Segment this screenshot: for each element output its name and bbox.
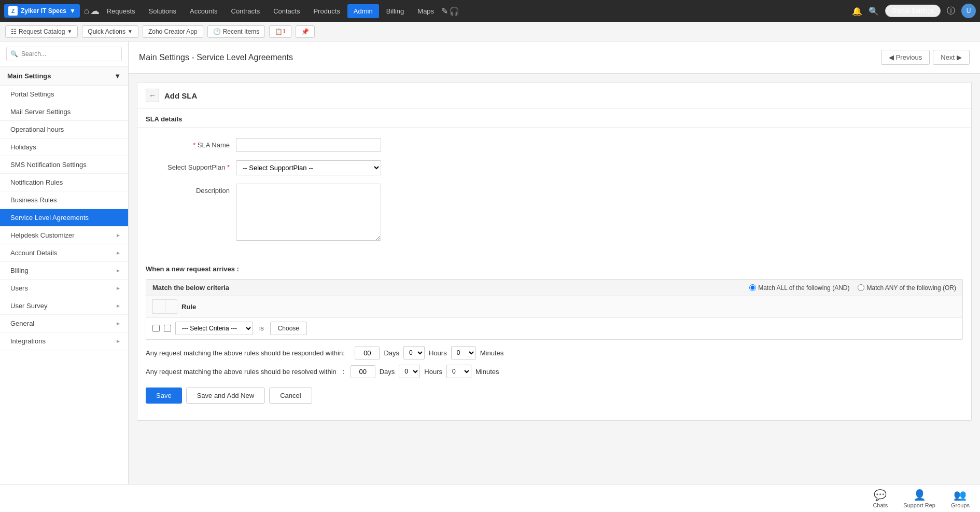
quick-actions-label: Quick Actions — [88, 28, 125, 35]
request-catalog-button[interactable]: ☷ Request Catalog ▼ — [5, 25, 78, 38]
match-any-radio[interactable] — [858, 284, 864, 291]
sidebar-item-helpdesk[interactable]: Helpdesk Customizer ► — [0, 227, 128, 244]
nav-contracts[interactable]: Contracts — [225, 4, 267, 18]
sidebar-item-general[interactable]: General ► — [0, 315, 128, 333]
notes-button[interactable]: 📋 1 — [269, 25, 291, 38]
respond-minutes-select[interactable]: 0153045 — [451, 346, 476, 359]
sidebar-item-mail-server[interactable]: Mail Server Settings — [0, 103, 128, 121]
header-actions: ◀ Previous Next ▶ — [881, 50, 970, 65]
match-all-radio[interactable] — [749, 284, 756, 291]
match-any-option[interactable]: Match ANY of the following (OR) — [858, 284, 956, 292]
nav-products[interactable]: Products — [307, 4, 346, 18]
content-header: Main Settings - Service Level Agreements… — [129, 41, 980, 74]
groups-item[interactable]: 👥 Groups — [951, 489, 970, 508]
billing-chevron: ► — [116, 268, 121, 273]
support-plan-row: Select SupportPlan * -- Select SupportPl… — [153, 160, 956, 175]
zoho-creator-button[interactable]: Zoho Creator App — [143, 25, 203, 38]
support-rep-item[interactable]: 👤 Support Rep — [903, 489, 935, 508]
criteria-checkbox[interactable] — [152, 325, 160, 332]
search-input[interactable] — [6, 47, 122, 61]
recent-items-button[interactable]: 🕐 Recent Items — [207, 25, 265, 38]
sidebar-item-billing[interactable]: Billing ► — [0, 262, 128, 280]
quick-actions-button[interactable]: Quick Actions ▼ — [82, 25, 138, 38]
app-logo[interactable]: Z Zylker IT Specs ▼ — [4, 4, 80, 18]
match-options: Match ALL of the following (AND) Match A… — [749, 284, 956, 292]
sidebar-item-users[interactable]: Users ► — [0, 280, 128, 297]
main-settings-label: Main Settings — [7, 72, 51, 80]
sidebar-item-sla[interactable]: Service Level Agreements — [0, 209, 128, 227]
respond-days-input[interactable] — [355, 347, 380, 359]
action-buttons: Save Save and Add New Cancel — [146, 383, 963, 412]
request-catalog-label: Request Catalog — [19, 28, 65, 35]
nav-requests[interactable]: Requests — [101, 4, 142, 18]
cancel-button[interactable]: Cancel — [269, 388, 312, 404]
sidebar-item-integrations[interactable]: Integrations ► — [0, 333, 128, 350]
nav-contacts[interactable]: Contacts — [267, 4, 306, 18]
global-settings-button[interactable]: Global Settings — [885, 5, 941, 17]
save-and-add-button[interactable]: Save and Add New — [186, 388, 265, 404]
nav-solutions[interactable]: Solutions — [143, 4, 183, 18]
nav-admin[interactable]: Admin — [347, 4, 379, 18]
bell-icon[interactable]: 🔔 — [852, 6, 862, 16]
logo-chevron-icon: ▼ — [69, 7, 76, 15]
sidebar-search-icon: 🔍 — [10, 50, 18, 58]
sla-name-row: * SLA Name — [153, 138, 956, 152]
resolve-days-input[interactable] — [351, 365, 375, 378]
sla-name-control — [236, 138, 381, 152]
previous-button[interactable]: ◀ Previous — [881, 50, 930, 65]
cloud-icon[interactable]: ☁ — [90, 5, 100, 17]
sidebar-item-business-rules[interactable]: Business Rules — [0, 191, 128, 209]
criteria-select[interactable]: --- Select Criteria --- — [175, 322, 253, 335]
search-icon[interactable]: 🔍 — [869, 6, 879, 16]
sidebar-item-operational-hours[interactable]: Operational hours — [0, 121, 128, 139]
support-plan-label: Select SupportPlan * — [153, 160, 236, 171]
next-button[interactable]: Next ▶ — [933, 50, 970, 65]
resolve-hours-label: Hours — [424, 368, 442, 376]
sla-label: Service Level Agreements — [10, 214, 89, 222]
request-section: When a new request arrives : Match the b… — [137, 261, 971, 420]
main-layout: 🔍 Main Settings ▼ Portal Settings Mail S… — [0, 41, 980, 512]
respond-minutes-label: Minutes — [480, 349, 504, 357]
sidebar-item-notification-rules[interactable]: Notification Rules — [0, 174, 128, 191]
general-chevron: ► — [116, 321, 121, 326]
help-icon[interactable]: ⓘ — [947, 6, 955, 17]
helpdesk-chevron: ► — [116, 232, 121, 238]
sidebar-item-sms-notification[interactable]: SMS Notification Settings — [0, 156, 128, 174]
sidebar-item-account-details[interactable]: Account Details ► — [0, 244, 128, 262]
pin-button[interactable]: 📌 — [296, 25, 315, 38]
resolve-minutes-select[interactable]: 0153045 — [446, 365, 471, 378]
headphone-icon[interactable]: 🎧 — [449, 6, 459, 16]
description-textarea[interactable] — [236, 184, 381, 241]
support-plan-select[interactable]: -- Select SupportPlan -- — [236, 160, 381, 175]
is-label: is — [257, 325, 266, 332]
form-container: ← Add SLA SLA details * SLA Name — [137, 82, 972, 421]
save-button[interactable]: Save — [146, 388, 182, 404]
main-settings-header[interactable]: Main Settings ▼ — [0, 67, 128, 86]
account-details-chevron: ► — [116, 250, 121, 256]
criteria-row: --- Select Criteria --- is Choose — [146, 317, 962, 339]
sidebar-item-user-survey[interactable]: User Survey ► — [0, 297, 128, 315]
criteria-checkbox-2[interactable] — [164, 325, 171, 332]
zoho-creator-label: Zoho Creator App — [148, 28, 198, 35]
sidebar-item-holidays[interactable]: Holidays — [0, 139, 128, 156]
resolve-colon: : — [341, 368, 346, 376]
resolve-minutes-label: Minutes — [475, 368, 499, 376]
resolve-hours-select[interactable]: 0123 — [399, 365, 420, 378]
nav-billing[interactable]: Billing — [380, 4, 411, 18]
nav-maps[interactable]: Maps — [411, 4, 440, 18]
previous-label: Previous — [896, 53, 922, 61]
app-name: Zylker IT Specs — [21, 7, 66, 15]
sidebar-item-portal-settings[interactable]: Portal Settings — [0, 86, 128, 103]
nav-accounts[interactable]: Accounts — [184, 4, 223, 18]
match-all-option[interactable]: Match ALL of the following (AND) — [749, 284, 849, 292]
respond-hours-select[interactable]: 0123 — [403, 346, 425, 359]
user-avatar[interactable]: U — [961, 4, 976, 18]
choose-button[interactable]: Choose — [270, 322, 307, 335]
sla-name-input[interactable] — [236, 138, 381, 152]
home-icon[interactable]: ⌂ — [84, 6, 89, 16]
chart-icon[interactable]: ✎ — [441, 6, 448, 16]
prev-chevron-icon: ◀ — [889, 53, 894, 61]
back-button[interactable]: ← — [146, 89, 159, 102]
chats-item[interactable]: 💬 Chats — [873, 489, 888, 508]
sidebar: 🔍 Main Settings ▼ Portal Settings Mail S… — [0, 41, 129, 512]
